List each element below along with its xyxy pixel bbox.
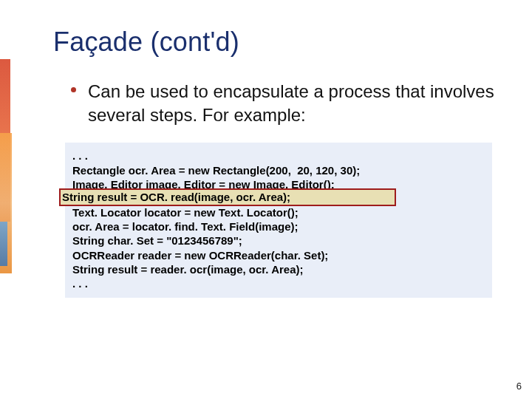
code-example: . . . Rectangle ocr. Area = new Rectangl…	[65, 143, 492, 298]
bullet-item: Can be used to encapsulate a process tha…	[71, 80, 510, 126]
code-line: . . .	[72, 149, 88, 162]
bullet-dot-icon	[71, 87, 76, 92]
bullet-text: Can be used to encapsulate a process tha…	[88, 80, 510, 126]
highlighted-line-text: String result = OCR. read(image, ocr. Ar…	[62, 191, 290, 203]
decorative-left-stripes	[0, 0, 13, 399]
code-block: . . . Rectangle ocr. Area = new Rectangl…	[65, 143, 492, 298]
code-line: OCRReader reader = new OCRReader(char. S…	[72, 249, 328, 262]
slide-content: Façade (cont'd) Can be used to encapsula…	[53, 27, 510, 384]
code-line: Rectangle ocr. Area = new Rectangle(200,…	[72, 164, 360, 177]
code-line: String result = reader. ocr(image, ocr. …	[72, 263, 303, 276]
code-line: Text. Locator locator = new Text. Locato…	[72, 206, 299, 219]
code-line: ocr. Area = locator. find. Text. Field(i…	[72, 220, 299, 233]
slide-title: Façade (cont'd)	[53, 27, 510, 58]
code-line: String char. Set = "0123456789";	[72, 234, 242, 247]
code-line: . . .	[72, 277, 88, 290]
highlighted-line-box: String result = OCR. read(image, ocr. Ar…	[59, 188, 396, 206]
page-number: 6	[516, 381, 522, 392]
